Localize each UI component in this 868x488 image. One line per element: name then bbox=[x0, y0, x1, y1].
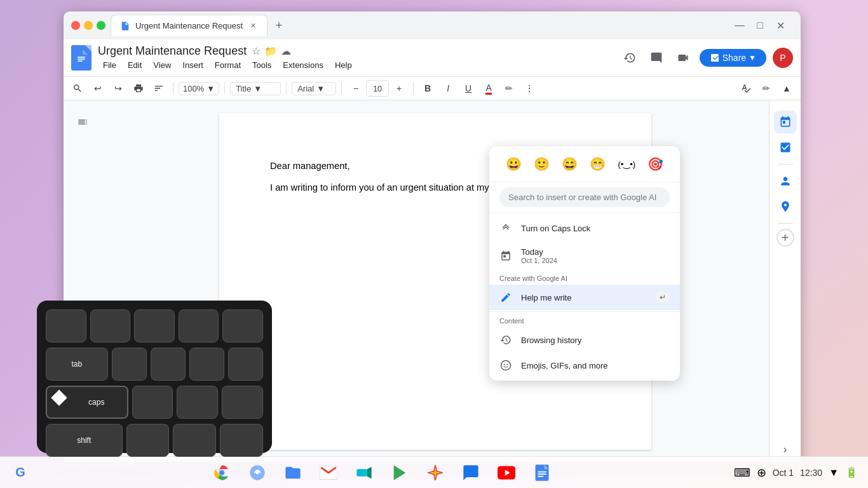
taskbar-app-photos[interactable] bbox=[423, 460, 448, 485]
tab-close-button[interactable]: ✕ bbox=[248, 21, 258, 31]
toolbar-more-button[interactable]: ⋮ bbox=[520, 79, 538, 97]
font-selector[interactable]: Arial ▼ bbox=[292, 82, 336, 95]
kb-key-f[interactable] bbox=[228, 348, 263, 381]
notification-dot-icon[interactable]: ⊕ bbox=[757, 466, 766, 480]
browser-minimize-button[interactable]: — bbox=[732, 18, 747, 33]
window-close-button[interactable] bbox=[71, 21, 80, 30]
today-item[interactable]: Today Oct 1, 2024 bbox=[489, 241, 680, 271]
emoji-tab-neutral[interactable]: 🙂 bbox=[531, 154, 552, 174]
emojis-gifs-item[interactable]: Emojis, GIFs, and more bbox=[489, 353, 680, 378]
kb-shift-key[interactable]: shift bbox=[46, 424, 123, 457]
help-me-write-item[interactable]: Help me write ↵ bbox=[489, 285, 680, 310]
emoji-tab-grin[interactable]: 😄 bbox=[559, 154, 580, 174]
spellcheck-button[interactable] bbox=[737, 79, 755, 97]
taskbar-app-chrome[interactable] bbox=[209, 460, 234, 485]
taskbar-app-files[interactable] bbox=[280, 460, 306, 485]
new-tab-button[interactable]: + bbox=[270, 17, 288, 34]
star-icon[interactable]: ☆ bbox=[252, 45, 261, 57]
user-avatar[interactable]: P bbox=[773, 48, 793, 68]
taskbar-app-docs[interactable] bbox=[529, 460, 555, 485]
browser-close-button[interactable]: ✕ bbox=[773, 18, 788, 33]
folder-icon[interactable]: 📁 bbox=[264, 45, 277, 57]
menu-extensions[interactable]: Extensions bbox=[278, 59, 329, 71]
browsing-history-item[interactable]: Browsing history bbox=[489, 327, 680, 353]
style-selector[interactable]: Title ▼ bbox=[230, 82, 281, 95]
kb-key-d[interactable] bbox=[189, 348, 224, 381]
toolbar-format-button[interactable] bbox=[150, 79, 168, 97]
kb-key-r[interactable] bbox=[179, 309, 219, 342]
comment-button[interactable] bbox=[646, 48, 667, 68]
window-minimize-button[interactable] bbox=[84, 21, 93, 30]
active-tab[interactable]: Urgent Maintenance Request ✕ bbox=[111, 15, 268, 36]
tasks-sidebar-icon[interactable] bbox=[774, 136, 797, 159]
menu-help[interactable]: Help bbox=[330, 59, 357, 71]
toolbar-undo-button[interactable]: ↩ bbox=[89, 79, 107, 97]
window-maximize-button[interactable] bbox=[97, 21, 105, 30]
add-sidebar-button[interactable]: + bbox=[776, 229, 794, 247]
cloud-icon[interactable]: ☁ bbox=[281, 45, 291, 57]
bold-button[interactable]: B bbox=[419, 79, 437, 97]
emoji-tab-big-smile[interactable]: 😁 bbox=[587, 154, 608, 174]
browser-restore-button[interactable]: □ bbox=[752, 18, 768, 33]
keyboard-tray-icon[interactable]: ⌨ bbox=[734, 466, 750, 480]
font-size-value[interactable]: 10 bbox=[366, 80, 389, 97]
kb-key-c[interactable] bbox=[220, 424, 263, 457]
menu-edit[interactable]: Edit bbox=[123, 59, 147, 71]
emoji-tab-special[interactable]: 🎯 bbox=[645, 154, 666, 174]
share-dropdown-icon[interactable]: ▼ bbox=[749, 53, 756, 62]
smart-compose-button[interactable]: ✏ bbox=[757, 79, 775, 97]
contacts-sidebar-icon[interactable] bbox=[774, 170, 797, 193]
outline-button[interactable] bbox=[74, 113, 92, 131]
zoom-selector[interactable]: 100% ▼ bbox=[179, 82, 219, 95]
menu-insert[interactable]: Insert bbox=[177, 59, 208, 71]
share-button[interactable]: Share ▼ bbox=[700, 49, 766, 67]
caps-lock-label: Turn on Caps Lock bbox=[521, 224, 670, 233]
font-size-decrease-button[interactable]: − bbox=[347, 79, 365, 97]
kb-key-h[interactable] bbox=[177, 386, 218, 419]
menu-view[interactable]: View bbox=[148, 59, 176, 71]
text-color-button[interactable]: A bbox=[480, 79, 498, 97]
menu-format[interactable]: Format bbox=[210, 59, 246, 71]
kb-key-w[interactable] bbox=[90, 309, 131, 342]
meet-button[interactable] bbox=[673, 48, 693, 68]
kb-key-s[interactable] bbox=[151, 348, 186, 381]
google-launcher-button[interactable]: G bbox=[10, 463, 31, 483]
emoji-search-input[interactable] bbox=[499, 187, 670, 207]
kb-tab-key[interactable]: tab bbox=[46, 348, 108, 381]
toolbar-print-button[interactable] bbox=[130, 79, 147, 97]
style-dropdown-icon: ▼ bbox=[254, 84, 262, 93]
toolbar-collapse-button[interactable]: ▲ bbox=[778, 79, 796, 97]
kb-key-e[interactable] bbox=[134, 309, 175, 342]
taskbar-app-play[interactable] bbox=[387, 460, 412, 485]
underline-button[interactable]: U bbox=[459, 79, 477, 97]
taskbar-app-assistant[interactable] bbox=[245, 460, 270, 485]
italic-button[interactable]: I bbox=[439, 79, 457, 97]
taskbar-app-youtube[interactable] bbox=[494, 460, 519, 485]
kb-key-g[interactable] bbox=[132, 386, 173, 419]
kb-key-z[interactable] bbox=[126, 424, 170, 457]
toolbar-search-button[interactable] bbox=[69, 79, 86, 97]
maps-sidebar-icon[interactable] bbox=[774, 195, 797, 218]
emoji-tab-smile[interactable]: 😀 bbox=[503, 154, 524, 174]
history-button[interactable] bbox=[620, 48, 640, 68]
menu-file[interactable]: File bbox=[98, 59, 121, 71]
font-size-increase-button[interactable]: + bbox=[390, 79, 408, 97]
kb-key-j[interactable] bbox=[222, 386, 263, 419]
toolbar-redo-button[interactable]: ↪ bbox=[109, 79, 127, 97]
kb-key-x[interactable] bbox=[173, 424, 216, 457]
menu-tools[interactable]: Tools bbox=[247, 59, 276, 71]
kb-key-q[interactable] bbox=[46, 309, 86, 342]
calendar-item-icon bbox=[499, 250, 512, 262]
highlight-button[interactable]: ✏ bbox=[500, 79, 518, 97]
kb-key-t[interactable] bbox=[222, 309, 263, 342]
emoji-tab-text-face[interactable]: (•‿•) bbox=[615, 157, 638, 172]
caps-lock-item[interactable]: Turn on Caps Lock bbox=[489, 215, 680, 241]
kb-key-a[interactable] bbox=[112, 348, 147, 381]
kb-caps-key[interactable]: caps bbox=[46, 386, 128, 419]
taskbar-app-gmail[interactable] bbox=[316, 460, 341, 485]
taskbar-time: 12:30 bbox=[800, 468, 822, 478]
taskbar-app-messages[interactable] bbox=[458, 460, 484, 485]
taskbar-app-meet[interactable] bbox=[351, 460, 377, 485]
font-size-control: − 10 + bbox=[347, 79, 408, 97]
calendar-sidebar-icon[interactable] bbox=[774, 111, 797, 133]
